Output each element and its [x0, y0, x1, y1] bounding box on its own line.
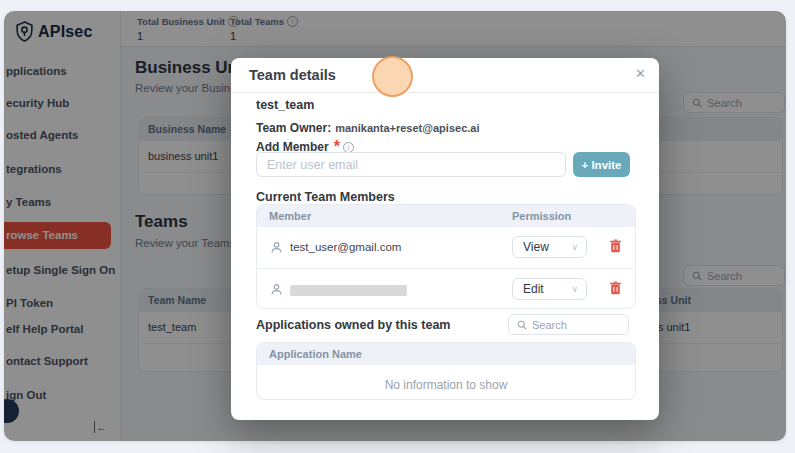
- click-indicator: [372, 56, 413, 97]
- trash-icon[interactable]: [609, 281, 622, 295]
- team-owner-row: Team Owner:manikanta+reset@apisec.ai: [256, 118, 479, 136]
- permission-select[interactable]: Edit∨: [512, 278, 587, 300]
- team-name: test_team: [256, 98, 314, 112]
- apps-owned-title: Applications owned by this team: [256, 318, 450, 332]
- chevron-down-icon: ∨: [571, 237, 578, 257]
- search-icon: [517, 320, 527, 330]
- member-row: Edit∨: [257, 269, 635, 309]
- column-header: Permission: [512, 205, 571, 227]
- member-email: test_user@gmail.com: [290, 241, 401, 253]
- team-owner-label: Team Owner:: [256, 121, 331, 135]
- close-icon[interactable]: ✕: [635, 66, 646, 81]
- modal-header: Team details ✕: [231, 58, 659, 93]
- invite-button[interactable]: + Invite: [573, 152, 630, 177]
- column-header: Member: [257, 210, 311, 222]
- applications-table: Application Name No information to show: [256, 342, 636, 400]
- empty-state-text: No information to show: [257, 378, 635, 392]
- chevron-down-icon: ∨: [571, 279, 578, 299]
- person-icon: [270, 241, 283, 254]
- redacted-member-email: [290, 285, 407, 296]
- member-email-input[interactable]: [256, 152, 566, 177]
- trash-icon[interactable]: [609, 239, 622, 253]
- permission-select[interactable]: View∨: [512, 236, 587, 258]
- team-details-modal: Team details ✕ test_team Team Owner:mani…: [231, 58, 659, 420]
- search-placeholder: Search: [532, 319, 567, 331]
- team-owner-email: manikanta+reset@apisec.ai: [335, 122, 479, 134]
- apps-search[interactable]: Search: [508, 314, 629, 335]
- column-header: Application Name: [257, 348, 362, 360]
- current-members-title: Current Team Members: [256, 190, 395, 204]
- member-row: test_user@gmail.com View∨: [257, 227, 635, 269]
- members-table: Member Permission test_user@gmail.com Vi…: [256, 204, 636, 309]
- empty-state-row: No information to show: [257, 365, 635, 400]
- modal-title: Team details: [249, 67, 336, 83]
- info-icon[interactable]: i: [343, 142, 354, 153]
- person-icon: [270, 283, 283, 296]
